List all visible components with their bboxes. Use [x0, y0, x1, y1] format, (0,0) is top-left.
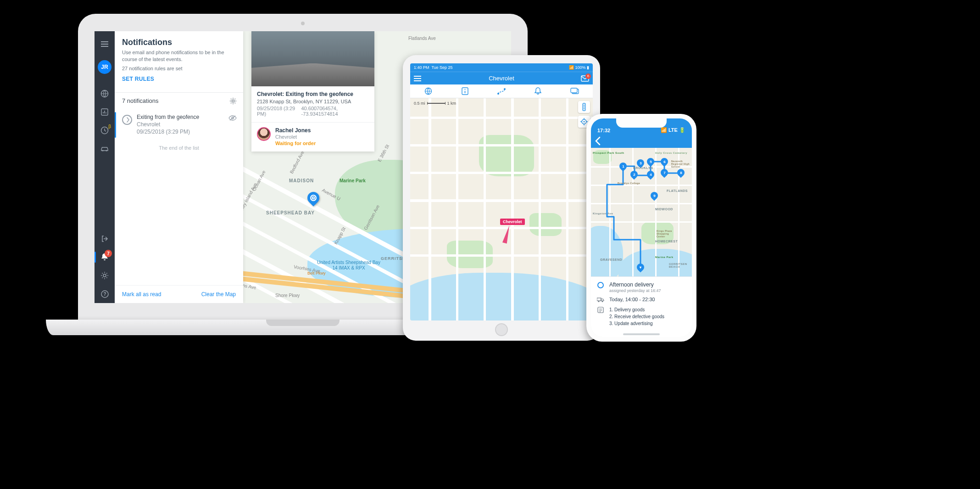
phone-park-label: Marine Park — [655, 256, 674, 259]
svg-text:?: ? — [103, 292, 106, 297]
route-endpoint[interactable]: ▾ — [637, 264, 644, 271]
map-marker-vehicle[interactable] — [307, 192, 319, 204]
phone-area-label: MIDWOOD — [655, 208, 673, 211]
route-waypoint[interactable]: 3 — [637, 159, 644, 167]
tablet-titlebar: Chevrolet 6 — [410, 72, 593, 84]
home-indicator[interactable] — [623, 333, 660, 335]
sidebar-item-notifications[interactable]: 7 — [95, 248, 115, 266]
phone-area-label: HOMECREST — [655, 240, 678, 243]
streetview-forward-icon[interactable] — [303, 67, 323, 77]
sidebar-item-fleet[interactable] — [95, 140, 115, 158]
route-waypoint[interactable]: 2 — [630, 171, 638, 178]
clock-icon — [100, 126, 109, 135]
svg-point-9 — [313, 197, 314, 199]
driver-name: Rachel Jones — [275, 127, 316, 134]
phone-area-label: BROOKLYN — [633, 166, 653, 169]
tablet-status-date: Tue Sep 25 — [431, 65, 452, 70]
svg-point-4 — [106, 150, 107, 152]
phone-area-label: FLATLANDS — [667, 189, 688, 192]
task-step: 3. Update advertising — [609, 320, 664, 327]
tablet-traffic-button[interactable] — [578, 101, 590, 113]
sidebar-menu-button[interactable] — [95, 35, 115, 53]
phone-poi-label: Brooklyn College — [618, 182, 640, 185]
sidebar-item-logout[interactable] — [95, 230, 115, 248]
phone-carrier: LTE — [668, 127, 678, 133]
chevron-left-icon — [595, 136, 601, 146]
svg-point-25 — [584, 121, 585, 123]
svg-rect-26 — [597, 298, 601, 301]
set-rules-link[interactable]: SET RULES — [122, 76, 236, 82]
sidebar-item-settings[interactable] — [95, 266, 115, 285]
tablet-tab-info[interactable] — [447, 84, 484, 98]
streetview-report-link[interactable]: Report a problem — [337, 79, 373, 85]
checklist-icon — [596, 307, 605, 313]
streetview-terms-link[interactable]: Terms of Use — [308, 79, 336, 85]
route-waypoint[interactable]: 5 — [647, 158, 654, 165]
driver-row[interactable]: Rachel Jones Chevrolet Waiting for order — [251, 122, 374, 152]
tablet-inbox-button[interactable]: 6 — [581, 75, 589, 82]
sidebar-item-reports[interactable] — [95, 103, 115, 121]
route-waypoint[interactable]: 1 — [619, 163, 627, 170]
route-waypoint[interactable]: 7 — [661, 169, 668, 176]
tablet-menu-button[interactable] — [414, 76, 421, 81]
active-indicator — [95, 252, 96, 263]
tablet-tab-route[interactable] — [483, 84, 520, 98]
info-icon — [462, 87, 468, 95]
phone-street-label: Kingston Ave — [593, 212, 613, 215]
route-waypoint[interactable]: 8 — [677, 169, 685, 176]
phone-nav-bar — [591, 134, 692, 148]
tablet-device: 1:40 PM Tue Sep 25 📶 100% ▮ Chevrolet 6 — [403, 55, 600, 341]
map-street-label: Flatlands Ave — [408, 36, 436, 41]
task-status-icon — [597, 282, 604, 288]
sidebar-avatar[interactable]: JR — [95, 58, 115, 76]
list-settings-button[interactable] — [229, 97, 237, 105]
driver-avatar — [257, 127, 271, 141]
task-assigned: assigned yesterday at 16:47 — [609, 288, 661, 293]
tablet-tab-chat[interactable] — [556, 84, 593, 98]
map-area-label: SHEEPSHEAD BAY — [266, 210, 315, 215]
mark-all-read-link[interactable]: Mark all as read — [122, 291, 161, 298]
notification-vehicle: Chevrolet — [137, 121, 224, 128]
tablet-marker-label: Chevrolet — [500, 219, 525, 225]
route-waypoint[interactable]: 6 — [661, 158, 668, 165]
tablet-battery: 100% — [575, 65, 585, 70]
gear-icon — [229, 97, 237, 105]
tablet-status-bar: 1:40 PM Tue Sep 25 📶 100% ▮ — [410, 63, 593, 72]
sidebar-item-history[interactable]: β — [95, 121, 115, 140]
truck-icon — [596, 297, 605, 303]
tablet-status-time: 1:40 PM — [414, 65, 429, 70]
driver-status: Waiting for order — [275, 141, 316, 146]
back-button[interactable] — [595, 136, 601, 146]
phone-poi-label: Kings Plaza Shopping Center — [657, 230, 675, 238]
task-title: Afternoon delivery — [609, 281, 661, 288]
svg-point-16 — [497, 93, 499, 95]
sidebar-item-help[interactable]: ? — [95, 285, 115, 303]
tablet-tab-map[interactable] — [410, 84, 447, 98]
route-waypoint[interactable]: 9 — [651, 192, 658, 199]
phone-map-canvas[interactable]: ▾ 1 2 3 4 5 6 7 8 9 BROOKLYN MIDWOOD GRA… — [591, 148, 692, 276]
route-waypoint[interactable]: 4 — [647, 171, 654, 178]
task-time: Today, 14:00 - 22:30 — [609, 297, 655, 302]
tablet-home-button[interactable] — [495, 323, 508, 336]
sidebar-item-globe[interactable] — [95, 84, 115, 103]
notification-count-badge: 7 — [105, 250, 112, 257]
tablet-tab-alerts[interactable] — [520, 84, 557, 98]
event-detail-card: Google © 2018 Google Terms of Use Report… — [251, 31, 374, 152]
notification-item[interactable]: Exiting from the geofence Chevrolet 09/2… — [115, 109, 243, 141]
hide-notification-button[interactable] — [228, 115, 237, 121]
phone-poi-label: Nazareth Regional High School — [671, 160, 691, 168]
tablet-screen: 1:40 PM Tue Sep 25 📶 100% ▮ Chevrolet 6 — [410, 63, 593, 320]
tablet-vehicle-marker[interactable]: Chevrolet — [500, 217, 525, 225]
bar-chart-icon — [101, 108, 108, 116]
panel-subtitle: Use email and phone notifications to be … — [122, 49, 236, 63]
hamburger-icon — [101, 41, 108, 47]
end-of-list: The end of the list — [115, 141, 243, 158]
tablet-map-canvas[interactable]: 0.5 mi1 km Chevrolet — [410, 98, 593, 320]
svg-point-3 — [102, 150, 104, 152]
streetview-photo[interactable]: Google © 2018 Google Terms of Use Report… — [251, 31, 374, 86]
clear-map-link[interactable]: Clear the Map — [201, 291, 236, 298]
event-coords: 40.6007064574, -73.9341574814 — [301, 106, 369, 117]
map-area-label: MADISON — [289, 178, 314, 183]
laptop-camera — [301, 22, 305, 25]
svg-point-15 — [464, 89, 465, 90]
